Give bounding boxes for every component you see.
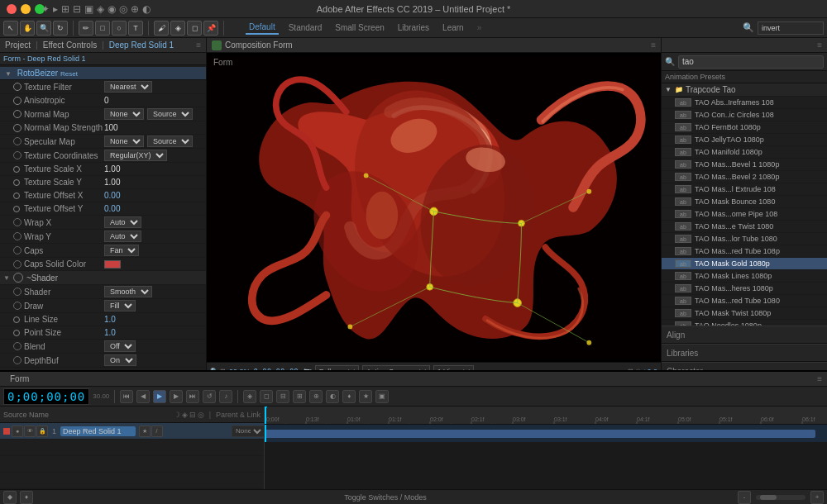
- preset-item-3[interactable]: ab TAO JellyTAO 1080p: [662, 134, 827, 146]
- brush-tool[interactable]: 🖌: [154, 21, 169, 36]
- effect-icon[interactable]: ◈: [97, 3, 104, 15]
- ws-tab-standard[interactable]: Standard: [285, 21, 326, 34]
- preset-item-14[interactable]: ab TAO Mask Lines 1080p: [662, 270, 827, 283]
- audio-btn[interactable]: ♪: [219, 390, 232, 403]
- specular-map-source[interactable]: Source: [147, 136, 193, 147]
- tl-tool-8[interactable]: ★: [359, 390, 372, 403]
- zoom-slider[interactable]: [756, 495, 805, 500]
- comp-menu-icon[interactable]: ≡: [651, 40, 656, 50]
- preset-item-15[interactable]: ab TAO Mas...heres 1080p: [662, 283, 827, 295]
- sw-linesize[interactable]: [13, 316, 20, 323]
- close-button[interactable]: [7, 4, 17, 14]
- search-input-presets[interactable]: [678, 55, 824, 69]
- shape-tool[interactable]: ○: [112, 21, 127, 36]
- sw-pointsize[interactable]: [13, 330, 20, 336]
- preset-item-6[interactable]: ab TAO Mas...Bevel 2 1080p: [662, 171, 827, 183]
- minimize-button[interactable]: [21, 4, 31, 14]
- zoom-out-btn[interactable]: -: [738, 491, 751, 504]
- parent-select[interactable]: None: [232, 426, 265, 437]
- checkbox-none[interactable]: None: [236, 426, 261, 437]
- timecode-input[interactable]: 0;00;00;00: [3, 388, 89, 405]
- eraser-tool[interactable]: ◻: [187, 21, 202, 36]
- comp-viewer[interactable]: Form: [207, 53, 661, 362]
- preset-item-0[interactable]: ab TAO Abs..Ireframes 108: [662, 97, 827, 109]
- tl-tool-4[interactable]: ⊞: [293, 390, 306, 403]
- lock-btn[interactable]: 🔒: [36, 426, 48, 437]
- depthbuf-select[interactable]: On: [104, 354, 136, 366]
- view-icon[interactable]: ◎: [119, 3, 127, 15]
- hand-tool[interactable]: ✋: [20, 21, 35, 36]
- playhead[interactable]: [265, 407, 266, 424]
- texture-filter-select[interactable]: Nearest Bilinear: [104, 81, 152, 93]
- toggle-switches-label[interactable]: Toggle Switches / Modes: [344, 493, 427, 502]
- preset-item-4[interactable]: ab TAO Manifold 1080p: [662, 146, 827, 159]
- window-icon[interactable]: ⊕: [131, 3, 139, 15]
- normal-map-select[interactable]: None: [104, 108, 144, 120]
- preset-item-11[interactable]: ab TAO Mas...lor Tube 1080: [662, 233, 827, 245]
- tl-layer-1[interactable]: ● 👁 🔒 1 Deep Red Solid 1 ★ / None: [0, 423, 264, 440]
- pen-tool[interactable]: ✏: [79, 21, 93, 36]
- zoom-tool[interactable]: 🔍: [36, 21, 51, 36]
- preset-item-13[interactable]: ab TAO Mask Gold 1080p: [662, 258, 827, 270]
- preset-item-9[interactable]: ab TAO Mas...ome Pipe 108: [662, 208, 827, 221]
- tl-tool-3[interactable]: ⊟: [276, 390, 289, 403]
- visible-btn[interactable]: 👁: [24, 426, 36, 437]
- search-input-top[interactable]: [758, 21, 824, 35]
- preset-item-16[interactable]: ab TAO Mas...red Tube 1080: [662, 295, 827, 307]
- rotate-tool[interactable]: ↻: [53, 21, 68, 36]
- add-keyframe-btn[interactable]: ♦: [20, 491, 33, 504]
- preset-item-1[interactable]: ab TAO Con..ic Circles 108: [662, 109, 827, 121]
- preset-item-8[interactable]: ab TAO Mask Bounce 1080: [662, 196, 827, 208]
- text-tool[interactable]: T: [128, 21, 143, 36]
- go-start-btn[interactable]: ⏮: [120, 390, 133, 403]
- sw-texscalex[interactable]: [13, 166, 20, 173]
- preset-item-7[interactable]: ab TAO Mas...l Extrude 108: [662, 183, 827, 196]
- preset-item-12[interactable]: ab TAO Mas...red Tube 108p: [662, 245, 827, 258]
- caps-color-swatch[interactable]: [104, 260, 121, 269]
- compose-icon[interactable]: ⊟: [73, 3, 81, 15]
- sw-texscaley[interactable]: [13, 179, 20, 186]
- ws-tab-libraries[interactable]: Libraries: [394, 21, 433, 34]
- effects-btn[interactable]: ★: [139, 426, 151, 437]
- solo-btn[interactable]: ●: [12, 426, 23, 437]
- layer-bar-1[interactable]: [265, 430, 815, 438]
- loop-btn[interactable]: ↺: [203, 390, 216, 403]
- next-frame-btn[interactable]: ▶: [170, 390, 183, 403]
- right-panel-menu[interactable]: ≡: [817, 40, 822, 50]
- menu-icon[interactable]: ✦: [41, 3, 50, 15]
- align-section[interactable]: Align: [662, 326, 827, 344]
- preset-item-17[interactable]: ab TAO Mask Twist 1080p: [662, 307, 827, 320]
- wrap-x-select[interactable]: Auto: [104, 216, 141, 228]
- draw-select[interactable]: Fill: [104, 300, 136, 311]
- sw-texoffx[interactable]: [13, 193, 20, 199]
- file-icon[interactable]: ▸: [53, 3, 58, 15]
- normal-map-source[interactable]: Source: [147, 108, 193, 120]
- ws-tab-learn[interactable]: Learn: [439, 21, 467, 34]
- caps-select[interactable]: Fan: [104, 245, 139, 256]
- tl-menu-icon[interactable]: ≡: [817, 374, 822, 383]
- layer-icon[interactable]: ▣: [84, 3, 93, 15]
- prev-frame-btn[interactable]: ◀: [136, 390, 150, 403]
- specular-map-select[interactable]: None: [104, 136, 144, 147]
- tl-tool-5[interactable]: ⊕: [309, 390, 323, 403]
- preset-item-2[interactable]: ab TAO FernBot 1080p: [662, 121, 827, 134]
- tl-track-area[interactable]: 0;00f 0:13f 01:0f 01:1f 02:0f 02:1f 03:0…: [265, 407, 827, 489]
- clone-tool[interactable]: ◈: [170, 21, 185, 36]
- preset-item-18[interactable]: ab TAO Noodles 1080p: [662, 320, 827, 326]
- ws-more-icon[interactable]: »: [477, 23, 482, 32]
- shader-select[interactable]: Smooth: [104, 286, 152, 297]
- go-end-btn[interactable]: ⏭: [186, 390, 199, 403]
- tab-layer-name[interactable]: Deep Red Solid 1: [109, 40, 174, 50]
- shader-section-header[interactable]: ▼ ~Shader: [0, 271, 206, 285]
- tl-tool-2[interactable]: ◻: [260, 390, 273, 403]
- tl-tool-1[interactable]: ◈: [243, 390, 256, 403]
- tab-project[interactable]: Project: [5, 40, 31, 50]
- mask-tool[interactable]: □: [95, 21, 110, 36]
- panel-menu-icon[interactable]: ≡: [196, 40, 201, 50]
- ruler-track[interactable]: 0;00f 0:13f 01:0f 01:1f 02:0f 02:1f 03:0…: [265, 407, 827, 424]
- layer-name-1[interactable]: Deep Red Solid 1: [60, 426, 136, 436]
- wrap-y-select[interactable]: Auto: [104, 231, 141, 242]
- sw-texoffy[interactable]: [13, 206, 20, 212]
- anim-icon[interactable]: ◉: [108, 3, 116, 15]
- help-icon[interactable]: ◐: [142, 3, 151, 15]
